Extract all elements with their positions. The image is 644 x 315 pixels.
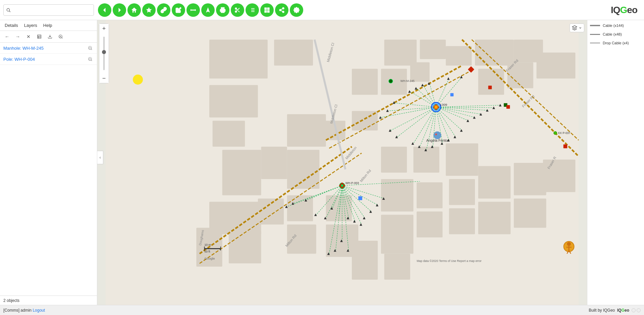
svg-rect-34: [38, 35, 41, 39]
print-button[interactable]: [216, 3, 229, 17]
svg-marker-3: [119, 8, 121, 12]
sidebar-table-btn[interactable]: [35, 32, 44, 41]
svg-text:📍: 📍: [434, 133, 438, 137]
svg-rect-63: [287, 150, 320, 189]
svg-point-30: [282, 11, 284, 13]
svg-text:10 m: 10 m: [205, 243, 211, 246]
svg-rect-85: [417, 182, 442, 208]
svg-line-16: [238, 10, 239, 12]
built-by-text: Built by IQGeo: [589, 308, 615, 313]
svg-rect-52: [209, 40, 268, 79]
sidebar: Details Layers Help ← → ✕ Manhole: WH-M-…: [0, 20, 97, 305]
zoom-slider[interactable]: [99, 33, 109, 74]
home-button[interactable]: [127, 3, 141, 17]
svg-text:1309: 1309: [440, 103, 447, 106]
svg-rect-94: [514, 198, 546, 228]
svg-rect-86: [449, 179, 475, 205]
search-wrapper: [3, 4, 94, 16]
sidebar-item-pole[interactable]: Pole: WH-P-004: [0, 54, 97, 65]
layers-button[interactable]: [570, 24, 584, 32]
object-count-text: 2 objects: [3, 298, 19, 303]
list-button[interactable]: [246, 3, 259, 17]
svg-rect-70: [352, 69, 378, 95]
svg-rect-83: [446, 143, 478, 176]
svg-rect-91: [417, 212, 442, 237]
svg-rect-211: [488, 86, 492, 89]
measure-button[interactable]: [186, 3, 200, 17]
menu-item-layers[interactable]: Layers: [23, 22, 39, 29]
bookmark-button[interactable]: [142, 3, 156, 17]
svg-rect-72: [420, 40, 446, 59]
zoom-thumb[interactable]: [102, 50, 106, 54]
toolbar-btn-group: [98, 3, 611, 17]
svg-line-40: [62, 38, 63, 39]
grid-button[interactable]: [260, 3, 274, 17]
sidebar-items: Manhole: WH-M-245 Pole: WH-P-004: [0, 43, 97, 296]
zoom-out-button[interactable]: −: [99, 74, 109, 83]
object-count: 2 objects: [0, 296, 97, 305]
svg-rect-25: [268, 8, 269, 9]
logout-link[interactable]: Logout: [33, 308, 45, 313]
svg-rect-95: [352, 241, 378, 280]
menu-item-details[interactable]: Details: [3, 22, 19, 29]
sidebar-item-manhole-zoom[interactable]: [87, 45, 94, 51]
navigate-button[interactable]: [201, 3, 215, 17]
sidebar-item-manhole-label: Manhole: WH-M-245: [3, 46, 87, 51]
sidebar-forward-btn[interactable]: →: [13, 32, 22, 41]
zoom-in-button[interactable]: +: [99, 24, 109, 33]
svg-point-0: [7, 8, 9, 11]
svg-text:50 ft: 50 ft: [205, 250, 210, 253]
svg-rect-209: [450, 93, 454, 96]
legend-panel: Cable (x144) Cable (x48) Drop Cable (x4): [587, 20, 644, 305]
edit-button[interactable]: [172, 3, 185, 17]
legend-label-drop-cable: Drop Cable (x4): [603, 41, 629, 45]
menu-item-help[interactable]: Help: [42, 22, 54, 29]
legend-item-cable-48: Cable (x48): [590, 32, 641, 36]
svg-text:Google: Google: [205, 257, 215, 260]
branch-button[interactable]: [275, 3, 288, 17]
sidebar-actions: ← → ✕: [0, 31, 97, 43]
collapse-icon: ‹: [100, 155, 101, 160]
sidebar-close-btn[interactable]: ✕: [24, 32, 33, 41]
back-button[interactable]: [98, 3, 111, 17]
app-logo: IQGeo: [611, 5, 641, 15]
sidebar-menu: Details Layers Help: [0, 20, 97, 31]
svg-rect-92: [449, 208, 475, 234]
zoom-controls: + −: [99, 24, 109, 83]
sidebar-back-btn[interactable]: ←: [3, 32, 11, 41]
svg-rect-81: [381, 147, 407, 173]
svg-rect-53: [274, 40, 313, 65]
link-button[interactable]: [157, 3, 170, 17]
svg-line-31: [281, 10, 282, 11]
search-input[interactable]: [3, 4, 94, 16]
forward-button[interactable]: [113, 3, 126, 17]
sidebar-collapse-button[interactable]: ‹: [97, 151, 103, 164]
status-user: [Comms] admin: [3, 308, 32, 313]
map-svg: Middleton Cl Middleton Cl Middleton Milt…: [97, 20, 587, 305]
svg-rect-71: [384, 40, 417, 65]
search-icon: [6, 8, 11, 12]
svg-rect-61: [261, 147, 287, 179]
svg-point-207: [434, 105, 438, 109]
sidebar-item-pole-zoom[interactable]: [87, 56, 94, 62]
sidebar-download-btn[interactable]: [46, 32, 54, 41]
svg-text:Map data ©2020    Terms of Use: Map data ©2020 Terms of Use Report a map…: [417, 259, 482, 263]
sidebar-zoom-btn[interactable]: [56, 32, 65, 41]
svg-rect-136: [358, 196, 362, 200]
svg-point-14: [235, 11, 237, 12]
svg-point-28: [282, 7, 284, 9]
svg-rect-76: [475, 40, 514, 65]
sidebar-item-manhole[interactable]: Manhole: WH-M-245: [0, 43, 97, 54]
svg-rect-90: [381, 215, 414, 254]
map-area[interactable]: Middleton Cl Middleton Cl Middleton Milt…: [97, 20, 587, 305]
cut-button[interactable]: [231, 3, 244, 17]
svg-rect-80: [536, 53, 575, 79]
settings-button[interactable]: [290, 3, 303, 17]
svg-rect-75: [446, 46, 472, 65]
svg-rect-59: [229, 231, 261, 264]
svg-rect-26: [265, 10, 266, 12]
svg-rect-84: [381, 179, 414, 212]
svg-rect-56: [222, 150, 261, 195]
svg-rect-55: [213, 121, 245, 146]
status-logo: IQGeo: [617, 308, 629, 313]
